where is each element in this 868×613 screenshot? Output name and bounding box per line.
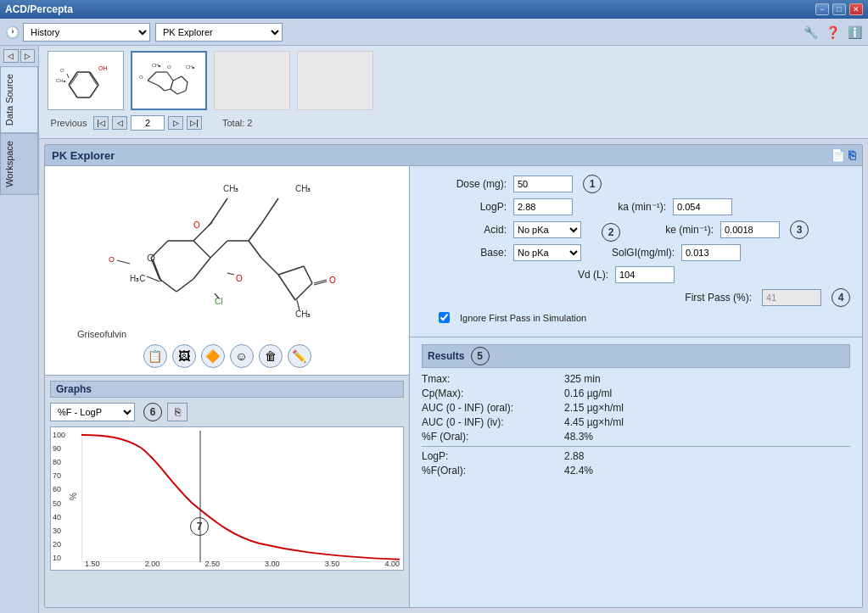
close-button[interactable]: ✕ [849,3,863,15]
dose-input[interactable] [513,176,573,192]
firstpass-input[interactable] [762,289,821,306]
graph-type-select[interactable]: %F - LogP Cp vs Time AUC vs Dose [50,403,135,421]
mol-tool-2[interactable]: 🖼 [172,344,196,368]
nav-forward-button[interactable]: ▷ [20,49,36,63]
logp-input[interactable] [513,198,573,215]
window-controls: − □ ✕ [815,3,863,15]
pdf-icon[interactable]: 📄 [831,148,845,162]
solgi-label: SolGI(mg/ml): [598,247,675,259]
current-compound-input[interactable] [131,115,165,131]
result-row-logp: LogP: 2.88 [422,450,850,462]
result-row-auc-oral: AUC (0 - INF) (oral): 2.15 µg×h/ml [422,402,850,414]
settings-icon[interactable]: 🔧 [802,24,819,41]
prev-button[interactable]: ◁ [112,116,127,130]
acid-label: Acid: [422,224,507,236]
help-icon[interactable]: ❓ [824,24,841,41]
mol-tool-5[interactable]: 🗑 [259,344,283,368]
toolbar-right: 🔧 ❓ ℹ️ [802,24,863,41]
pk-explorer-select[interactable]: PK Explorer [155,23,283,42]
pk-body: CH₃ CH₃ [45,166,862,607]
compound-navigator: OH O CH₃ [39,46,868,139]
results-divider [422,446,850,447]
svg-line-55 [117,260,130,264]
ignore-firstpass-checkbox[interactable] [439,312,450,323]
vd-input[interactable] [615,266,675,283]
svg-text:CH₃: CH₃ [223,184,238,193]
ka-label: ka (min⁻¹): [590,201,666,213]
svg-text:CH₃: CH₃ [186,64,195,70]
base-select[interactable]: No pKa [513,244,581,261]
compound-thumb-1[interactable]: OH O CH₃ [48,51,124,110]
history-select[interactable]: History [23,23,150,42]
last-button[interactable]: ▷| [187,116,202,130]
first-button[interactable]: |◁ [93,116,109,130]
info-icon[interactable]: ℹ️ [846,24,863,41]
svg-text:CH₃: CH₃ [295,309,311,319]
mol-tool-4[interactable]: ☺ [230,344,254,368]
svg-line-44 [278,275,295,300]
copy-icon[interactable]: ⎘ [848,148,855,162]
logp-ka-row: LogP: ka (min⁻¹): [422,198,850,220]
svg-line-42 [304,266,312,283]
graphs-area: Graphs %F - LogP Cp vs Time AUC vs Dose … [45,376,409,607]
nav-back-button[interactable]: ◁ [3,49,19,63]
result-row-f-oral2: %F(Oral): 42.4% [422,465,850,476]
molecule-area: CH₃ CH₃ [45,166,409,376]
y-axis-title: % [69,493,78,500]
svg-text:CH₃: CH₃ [295,184,311,193]
sidebar-item-workspace[interactable]: Workspace [0,133,38,195]
firstpass-row: First Pass (%): 4 [422,288,850,312]
mol-tool-6[interactable]: ✏️ [288,344,311,368]
svg-line-16 [182,76,188,82]
side-panel: ◁ ▷ Data Source Workspace [0,46,39,613]
svg-text:CH₃: CH₃ [152,63,161,68]
copy-graph-button[interactable]: ⎘ [167,403,188,421]
ka-input[interactable] [673,198,732,215]
ke-input[interactable] [720,221,780,238]
svg-line-37 [249,224,261,241]
history-group: 🕐 History [5,23,150,42]
svg-line-19 [171,89,177,94]
circled-2: 2 [602,223,620,242]
circled-5: 5 [471,347,490,365]
solgi-input[interactable] [681,244,741,261]
svg-text:H₃C: H₃C [130,274,145,283]
content-area: OH O CH₃ [39,46,868,613]
svg-line-38 [261,198,278,224]
mol-tool-3[interactable]: 🔶 [201,344,225,368]
svg-text:CH₃: CH₃ [56,78,66,83]
left-pane: CH₃ CH₃ [45,166,410,607]
molecule-name: Griseofulvin [77,329,126,339]
result-row-auc-iv: AUC (0 - INF) (iv): 4.45 µg×h/ml [422,416,850,428]
svg-text:O: O [329,276,336,285]
molecule-thumb-1-svg: OH O CH₃ [52,55,120,106]
clock-icon: 🕐 [5,25,20,39]
graph-svg [81,431,400,562]
compound-thumb-2[interactable]: O O CH₃ CH₃ [131,51,207,110]
vd-row: Vd (L): [422,266,850,288]
sidebar-item-datasource[interactable]: Data Source [0,66,38,133]
svg-line-21 [165,89,171,91]
maximize-button[interactable]: □ [832,3,846,15]
svg-line-50 [153,259,161,281]
svg-text:O: O [60,68,64,73]
molecule-thumb-2-svg: O O CH₃ CH₃ [135,55,203,106]
next-button[interactable]: ▷ [168,116,183,130]
acid-select[interactable]: No pKa [513,221,581,238]
mol-tool-1[interactable]: 📋 [143,344,167,368]
graph-x-labels: 1.50 2.00 2.50 3.00 3.50 4.00 [85,560,400,568]
compound-thumb-4 [297,51,373,110]
svg-line-22 [159,86,165,91]
graph-canvas: 100 90 80 70 60 50 40 30 20 10 [50,426,404,571]
compound-thumbnails: OH O CH₃ [48,51,373,110]
svg-line-53 [147,276,160,281]
minimize-button[interactable]: − [815,3,829,15]
ignore-firstpass-label: Ignore First Pass in Simulation [460,313,586,323]
compound-thumb-3 [214,51,290,110]
ke-label: ke (min⁻¹): [637,224,714,236]
svg-line-35 [210,241,227,258]
svg-line-2 [90,72,98,85]
total-label: Total: 2 [222,118,252,128]
pk-explorer-header: PK Explorer 📄 ⎘ [45,145,862,166]
svg-line-18 [177,91,186,94]
